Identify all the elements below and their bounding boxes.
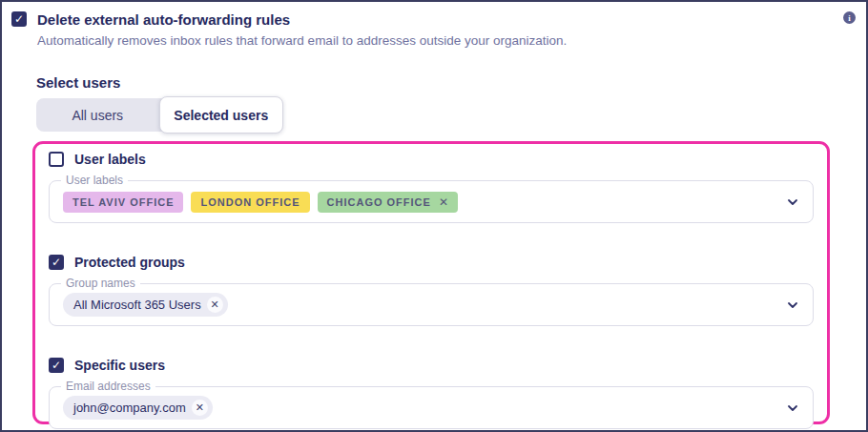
email-addresses-chips: john@company.com ✕	[63, 396, 213, 420]
select-users-heading: Select users	[36, 74, 866, 91]
chip-label: CHICAGO OFFICE	[327, 196, 431, 208]
rule-description: Automatically removes inbox rules that f…	[37, 32, 567, 50]
check-icon: ✓	[52, 360, 61, 371]
selected-users-options-box: User labels User labels TEL AVIV OFFICE …	[32, 141, 830, 424]
user-labels-label: User labels	[74, 152, 146, 167]
chevron-down-icon[interactable]	[787, 196, 798, 208]
group-names-field-label: Group names	[61, 277, 140, 290]
rule-header-text: Delete external auto-forwarding rules Au…	[37, 10, 567, 50]
info-icon[interactable]: i	[843, 11, 856, 24]
chevron-down-icon[interactable]	[787, 402, 798, 414]
protected-groups-row: ✓ Protected groups	[49, 255, 814, 270]
group-names-chips: All Microsoft 365 Users ✕	[63, 293, 228, 317]
remove-icon[interactable]: ✕	[192, 400, 208, 416]
email-addresses-field[interactable]: Email addresses john@company.com ✕	[49, 386, 814, 429]
protected-groups-checkbox[interactable]: ✓	[49, 255, 64, 270]
remove-icon[interactable]: ✕	[207, 297, 223, 313]
chip-label: All Microsoft 365 Users	[73, 298, 201, 312]
chip-london-office: LONDON OFFICE	[191, 192, 309, 213]
chip-john-company-com: john@company.com ✕	[63, 396, 213, 420]
check-icon: ✓	[52, 257, 61, 268]
remove-icon[interactable]: ✕	[439, 195, 448, 209]
user-scope-segmented-control: All users Selected users	[36, 98, 283, 132]
tab-all-users[interactable]: All users	[36, 98, 159, 132]
tab-selected-users[interactable]: Selected users	[159, 96, 284, 134]
user-labels-row: User labels	[49, 152, 814, 167]
chip-all-microsoft-365-users: All Microsoft 365 Users ✕	[63, 293, 228, 317]
check-icon: ✓	[14, 13, 24, 25]
email-addresses-field-label: Email addresses	[61, 380, 155, 393]
rule-title: Delete external auto-forwarding rules	[37, 10, 567, 29]
user-labels-field[interactable]: User labels TEL AVIV OFFICE LONDON OFFIC…	[49, 180, 814, 223]
group-names-field[interactable]: Group names All Microsoft 365 Users ✕	[49, 283, 814, 326]
chip-tel-aviv-office: TEL AVIV OFFICE	[63, 192, 183, 213]
user-labels-checkbox[interactable]	[49, 152, 64, 167]
chevron-down-icon[interactable]	[787, 299, 798, 311]
chip-chicago-office: CHICAGO OFFICE ✕	[318, 192, 458, 213]
chip-label: TEL AVIV OFFICE	[72, 196, 174, 208]
rule-header: ✓ Delete external auto-forwarding rules …	[2, 2, 866, 50]
chip-label: john@company.com	[73, 401, 186, 415]
settings-panel: ✓ Delete external auto-forwarding rules …	[0, 0, 868, 432]
user-labels-field-label: User labels	[61, 174, 128, 187]
specific-users-row: ✓ Specific users	[49, 358, 814, 373]
protected-groups-label: Protected groups	[74, 255, 185, 270]
user-labels-chips: TEL AVIV OFFICE LONDON OFFICE CHICAGO OF…	[63, 192, 458, 213]
specific-users-checkbox[interactable]: ✓	[49, 358, 64, 373]
specific-users-label: Specific users	[74, 358, 165, 373]
rule-enabled-checkbox[interactable]: ✓	[11, 11, 27, 27]
chip-label: LONDON OFFICE	[200, 196, 300, 208]
